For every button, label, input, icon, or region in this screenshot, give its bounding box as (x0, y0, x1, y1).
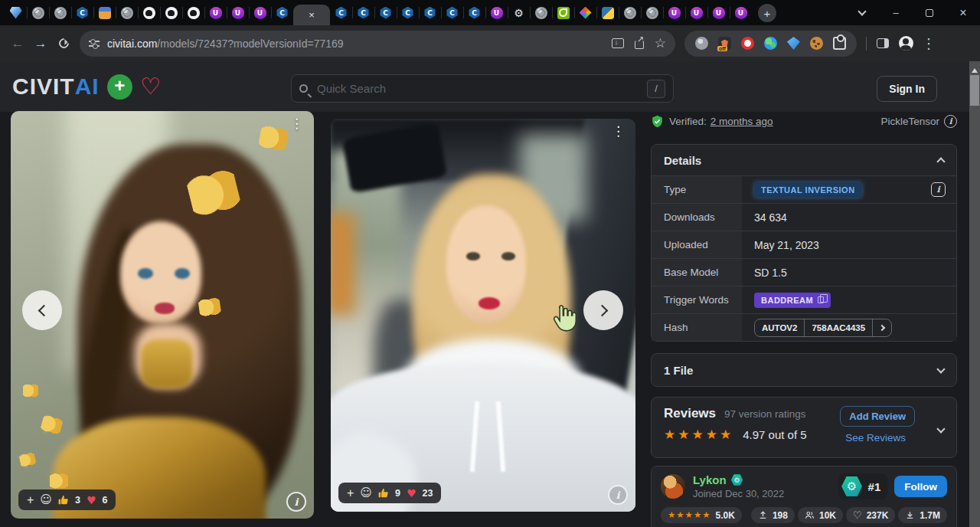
details-header[interactable]: Details (652, 145, 956, 175)
files-panel[interactable]: 1 File (651, 353, 957, 387)
verified-time-link[interactable]: 2 months ago (710, 116, 773, 127)
bookmark-star-icon[interactable]: ☆ (655, 37, 666, 50)
close-button[interactable]: × (946, 0, 980, 25)
browser-tab[interactable] (182, 0, 204, 25)
search-bar[interactable]: / (291, 74, 674, 103)
trigger-word-badge[interactable]: BADDREAM (754, 293, 831, 308)
browser-tab[interactable] (227, 0, 249, 25)
civitai-favicon (446, 7, 459, 19)
extension-adblock-off-icon[interactable] (718, 37, 731, 50)
carousel-prev-button[interactable] (22, 290, 62, 330)
browser-menu-button[interactable]: ⋮ (917, 32, 940, 55)
reviews-collapse[interactable] (938, 424, 944, 437)
heart-icon[interactable]: ♥ (87, 495, 96, 506)
restore-button[interactable] (913, 0, 946, 25)
globe-favicon (624, 7, 636, 19)
smiley-icon[interactable]: ☺ (360, 487, 372, 499)
creator-avatar[interactable] (661, 474, 685, 499)
browser-tab[interactable] (508, 0, 530, 25)
browser-tab[interactable] (441, 0, 463, 25)
browser-tab[interactable] (419, 0, 441, 25)
browser-tab[interactable] (574, 0, 596, 25)
image-menu-kebab-icon[interactable]: ⋮ (290, 117, 303, 130)
browser-tab[interactable] (685, 0, 707, 25)
thumbs-up-icon[interactable] (378, 488, 389, 499)
browser-tab[interactable] (530, 0, 552, 25)
browser-tab[interactable] (160, 0, 182, 25)
format-info-icon[interactable]: i (944, 115, 957, 128)
minimize-button[interactable]: – (879, 0, 913, 25)
browser-tab[interactable] (27, 0, 49, 25)
page-scrollbar[interactable] (969, 61, 980, 527)
smiley-icon[interactable]: ☺ (40, 494, 52, 506)
heart-icon[interactable]: ♥ (407, 488, 416, 499)
share-icon[interactable] (635, 41, 644, 49)
add-reaction-icon[interactable]: + (347, 487, 354, 499)
reload-button[interactable] (52, 32, 75, 55)
browser-tab[interactable] (730, 0, 752, 25)
install-app-icon[interactable] (612, 38, 624, 48)
browser-tab[interactable] (641, 0, 663, 25)
browser-tab[interactable] (49, 0, 71, 25)
hash-pill[interactable]: AUTOV2 758AAC4435 (754, 319, 892, 337)
back-button[interactable]: ← (6, 32, 29, 55)
browser-tab[interactable] (596, 0, 619, 25)
creator-name[interactable]: Lykon (693, 473, 727, 486)
site-settings-icon[interactable] (89, 38, 100, 49)
tab-search-button[interactable] (845, 0, 879, 25)
browser-tab[interactable] (93, 0, 116, 25)
browser-tab[interactable] (374, 0, 397, 25)
thumbs-up-icon[interactable] (58, 495, 69, 506)
new-tab-button[interactable]: + (758, 4, 776, 22)
extension-red-o-icon[interactable] (741, 37, 754, 50)
carousel-next-button[interactable] (583, 290, 623, 330)
follow-button[interactable]: Follow (894, 476, 947, 497)
browser-tab[interactable] (330, 0, 352, 25)
browser-tab[interactable] (463, 0, 485, 25)
browser-tab[interactable] (5, 0, 27, 25)
type-info-icon[interactable]: i (931, 182, 946, 197)
browser-tab[interactable] (116, 0, 138, 25)
hash-expand-button[interactable] (872, 319, 891, 336)
search-input[interactable] (317, 82, 647, 95)
copy-icon[interactable] (818, 296, 824, 303)
add-review-button[interactable]: Add Review (840, 406, 915, 427)
browser-tab[interactable] (552, 0, 574, 25)
side-panel-button[interactable] (871, 32, 894, 55)
scrollbar-up-arrow[interactable] (972, 65, 978, 73)
hash-value[interactable]: 758AAC4435 (804, 319, 872, 336)
see-reviews-link[interactable]: See Reviews (845, 432, 906, 444)
support-heart-icon[interactable]: ♡ (140, 75, 161, 98)
active-tab[interactable]: × (293, 5, 330, 25)
extension-cookie-icon[interactable] (810, 37, 823, 50)
sign-in-button[interactable]: Sign In (877, 76, 937, 102)
browser-tab[interactable] (271, 0, 293, 25)
civitai-logo[interactable]: CIVITAI (12, 74, 100, 100)
browser-tab[interactable] (138, 0, 160, 25)
profile-button[interactable] (894, 32, 917, 55)
extension-gem-icon[interactable] (787, 37, 800, 50)
browser-tab[interactable] (707, 0, 730, 25)
browser-tab[interactable] (352, 0, 374, 25)
browser-tab[interactable] (619, 0, 641, 25)
creator-verified-badge-icon: ⚙ (731, 474, 743, 486)
type-badge[interactable]: TEXTUAL INVERSION (754, 182, 862, 198)
image-info-icon[interactable]: i (608, 485, 628, 505)
browser-tab[interactable] (397, 0, 419, 25)
create-button[interactable]: + (107, 74, 132, 100)
address-bar[interactable]: civitai.com/models/72437?modelVersionId=… (80, 31, 675, 57)
tab-close-icon[interactable]: × (309, 10, 315, 20)
forward-button[interactable]: → (29, 32, 52, 55)
browser-tab[interactable] (71, 0, 93, 25)
image-info-icon[interactable]: i (286, 492, 306, 512)
extension-globe-icon[interactable] (695, 37, 708, 50)
browser-tab[interactable] (249, 0, 271, 25)
scrollbar-thumb[interactable] (970, 75, 979, 106)
browser-tab[interactable] (204, 0, 227, 25)
browser-tab[interactable] (663, 0, 685, 25)
image-menu-kebab-icon[interactable]: ⋮ (612, 125, 625, 138)
add-reaction-icon[interactable]: + (27, 494, 34, 506)
browser-tab[interactable] (485, 0, 508, 25)
extensions-puzzle-icon[interactable] (833, 37, 846, 50)
extension-earth-icon[interactable] (764, 37, 777, 50)
